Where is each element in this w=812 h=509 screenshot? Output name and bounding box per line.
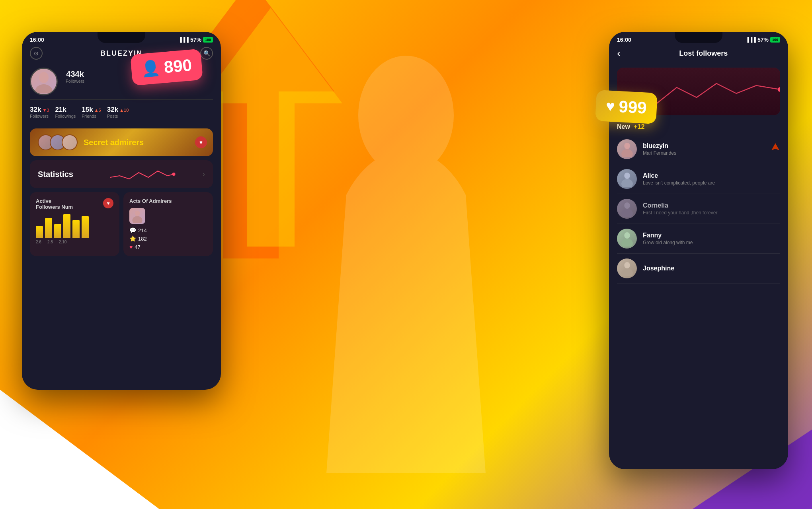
active-followers-icon: ♥ xyxy=(103,198,113,208)
acts-likes: ⭐ 182 xyxy=(129,235,207,242)
acts-stats: 💬 214 ⭐ 182 ♥ 47 xyxy=(129,227,207,250)
right-phone-body: ‹ Lost followers New +12 xyxy=(609,43,788,284)
user-arrow-bluezyin xyxy=(771,142,780,156)
acts-admirers-card[interactable]: Acts Of Admirers 💬 214 ⭐ 182 xyxy=(123,192,213,256)
user-avatar-bluezyin xyxy=(617,139,637,159)
likes-bubble: ♥ 999 xyxy=(595,90,658,124)
user-info-josephine: Josephine xyxy=(643,265,674,272)
stat-posts: 32k▲10 Posts xyxy=(107,106,129,119)
user-info-alice: Alice Love isn't complicated, people are xyxy=(643,172,715,186)
right-battery: 100 xyxy=(770,37,780,43)
user-bio-fanny: Grow old along with me xyxy=(643,240,693,245)
bar-label-3: 2.10 xyxy=(59,240,66,244)
user-item-josephine[interactable]: Josephine xyxy=(617,254,780,284)
right-signal-percent: 57% xyxy=(757,37,769,43)
user-item-cornelia[interactable]: Cornelia First I need your hand ,then fo… xyxy=(617,194,780,224)
user-bio-alice: Love isn't complicated, people are xyxy=(643,180,715,186)
admirers-avatars xyxy=(38,134,78,150)
right-status-right: ▐▐▐ 57% 100 xyxy=(746,37,780,43)
acts-admirers-title: Acts Of Admirers xyxy=(129,198,207,204)
user-info-bluezyin: bluezyin Mari Fernandes xyxy=(643,142,676,156)
admirer-3 xyxy=(62,134,78,150)
user-avatar-alice xyxy=(617,169,637,189)
svg-point-17 xyxy=(621,239,633,247)
user-bio-cornelia: First I need your hand ,then forever xyxy=(643,210,717,216)
profile-stats: 434k Followers xyxy=(66,70,84,84)
acts-admirers-avatar xyxy=(129,208,145,224)
user-item-fanny[interactable]: Fanny Grow old along with me xyxy=(617,224,780,254)
likes-bubble-count: 999 xyxy=(619,97,647,118)
new-label: New +12 xyxy=(617,123,645,130)
white-corner-decoration xyxy=(0,390,159,509)
svg-point-18 xyxy=(624,262,630,268)
user-avatar-cornelia xyxy=(617,199,637,219)
admirers-heart-icon: ♥ xyxy=(195,136,207,148)
followers-label: Followers xyxy=(66,79,84,84)
svg-point-12 xyxy=(624,173,630,179)
bar-2 xyxy=(45,218,52,238)
svg-point-9 xyxy=(624,143,630,149)
back-navigation: ‹ Lost followers xyxy=(617,43,780,64)
statistics-label: Statistics xyxy=(38,170,73,179)
stat-followers: 32k▼3 Followers xyxy=(30,106,49,119)
user-bio-bluezyin: Mari Fernandes xyxy=(643,150,676,156)
user-list: bluezyin Mari Fernandes xyxy=(617,134,780,284)
bar-label-2: 2.8 xyxy=(47,240,53,244)
acts-heart-count: 47 xyxy=(135,244,140,250)
search-icon[interactable]: 🔍 xyxy=(200,47,213,60)
bar-3 xyxy=(54,224,61,238)
user-avatar-josephine xyxy=(617,258,637,278)
svg-point-19 xyxy=(621,268,633,276)
stat-friends-badge: ▲5 xyxy=(94,108,101,113)
bottom-cards: ActiveFollowers Num ♥ 2.6 2.8 2.10 xyxy=(30,192,213,256)
svg-point-4 xyxy=(172,173,175,176)
statistics-section[interactable]: Statistics › xyxy=(30,160,213,188)
stats-row: 32k▼3 Followers 21k Followings 15k▲5 Fri… xyxy=(30,99,213,124)
svg-point-6 xyxy=(132,216,142,223)
user-name-cornelia: Cornelia xyxy=(643,202,717,209)
acts-comments: 💬 214 xyxy=(129,227,207,233)
user-name-bluezyin: bluezyin xyxy=(643,142,676,150)
admirers-banner[interactable]: Secret admirers ♥ xyxy=(30,128,213,156)
user-name-alice: Alice xyxy=(643,172,715,179)
followers-stat: 434k Followers xyxy=(66,70,84,84)
left-battery: 100 xyxy=(203,37,213,43)
active-followers-title: ActiveFollowers Num xyxy=(36,198,73,210)
followers-bubble: 👤 890 xyxy=(130,49,203,85)
bar-4 xyxy=(63,214,70,238)
stat-posts-num: 32k xyxy=(107,106,118,113)
bar-1 xyxy=(36,226,43,238)
acts-like-count: 182 xyxy=(138,236,147,242)
stat-followings-num: 21k xyxy=(55,106,66,113)
stat-followings: 21k Followings xyxy=(55,106,76,119)
user-info-fanny: Fanny Grow old along with me xyxy=(643,232,693,245)
user-item-bluezyin[interactable]: bluezyin Mari Fernandes xyxy=(617,134,780,164)
followers-bubble-icon: 👤 xyxy=(141,59,161,78)
settings-icon[interactable]: ⊙ xyxy=(30,47,43,60)
user-item-alice[interactable]: Alice Love isn't complicated, people are xyxy=(617,164,780,194)
stat-followers-num: 32k xyxy=(30,106,41,113)
acts-comment-count: 214 xyxy=(138,227,147,233)
user-avatar-fanny xyxy=(617,229,637,249)
svg-marker-11 xyxy=(771,143,779,150)
stat-posts-badge: ▲10 xyxy=(119,108,129,113)
svg-point-14 xyxy=(624,202,630,209)
new-count: +12 xyxy=(634,123,644,130)
right-signal-icon: ▐▐▐ xyxy=(746,37,756,43)
left-phone-notch xyxy=(98,32,145,43)
profile-info: 434k Followers xyxy=(66,68,84,84)
screen-title: Lost followers xyxy=(627,49,780,58)
bar-chart-labels: 2.6 2.8 2.10 xyxy=(36,240,113,244)
bar-5 xyxy=(72,220,80,238)
left-phone: 16:00 ▐▐▐ 57% 100 ⊙ BLUEZYIN 🔍 xyxy=(22,32,221,390)
active-followers-card[interactable]: ActiveFollowers Num ♥ 2.6 2.8 2.10 xyxy=(30,192,119,256)
profile-avatar xyxy=(30,68,58,95)
left-signal-icon: ▐▐▐ xyxy=(178,37,189,43)
acts-hearts: ♥ 47 xyxy=(129,244,207,250)
statistics-arrow: › xyxy=(203,170,205,179)
stat-followings-label: Followings xyxy=(55,114,76,119)
left-status-right: ▐▐▐ 57% 100 xyxy=(178,37,213,43)
bar-6 xyxy=(82,216,89,238)
back-button[interactable]: ‹ xyxy=(617,47,621,60)
svg-point-2 xyxy=(39,72,49,83)
